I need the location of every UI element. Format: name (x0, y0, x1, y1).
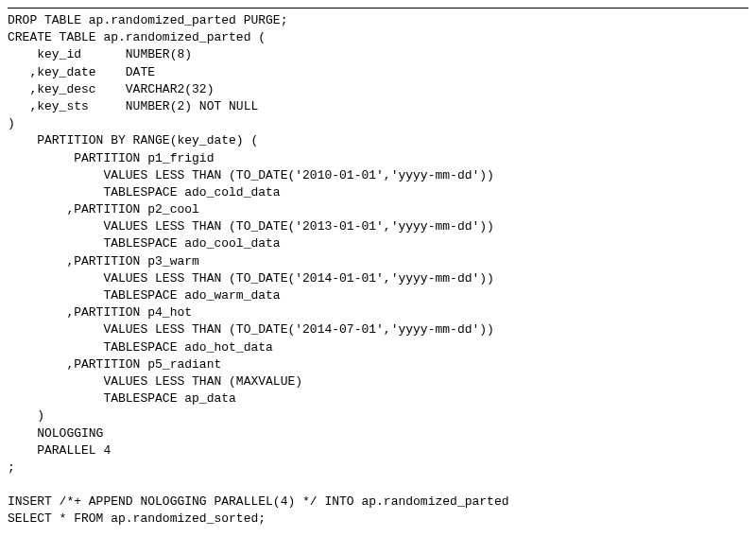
code-line: ) (8, 408, 44, 423)
code-line: ; (8, 460, 15, 475)
code-line: ,PARTITION p2_cool (8, 202, 199, 217)
code-line: ,PARTITION p5_radiant (8, 357, 221, 372)
code-line: TABLESPACE ado_warm_data (8, 288, 281, 303)
code-line: SELECT * FROM ap.randomized_sorted; (8, 511, 266, 526)
code-line: ) (8, 116, 15, 130)
code-line: ,key_desc VARCHAR2(32) (8, 82, 214, 96)
code-line: CREATE TABLE ap.randomized_parted ( (8, 30, 266, 44)
code-line: NOLOGGING (8, 426, 103, 441)
code-line: VALUES LESS THAN (MAXVALUE) (8, 374, 302, 389)
code-line: PARALLEL 4 (8, 443, 111, 458)
code-line: DROP TABLE ap.randomized_parted PURGE; (8, 13, 287, 27)
code-line: TABLESPACE ado_hot_data (8, 340, 273, 355)
code-line: VALUES LESS THAN (TO_DATE('2014-07-01','… (8, 322, 494, 337)
code-line: TABLESPACE ado_cool_data (8, 236, 281, 251)
code-line: VALUES LESS THAN (TO_DATE('2014-01-01','… (8, 271, 494, 286)
code-line: PARTITION BY RANGE(key_date) ( (8, 133, 258, 147)
code-line: ,PARTITION p4_hot (8, 305, 192, 320)
code-line: PARTITION p1_frigid (8, 151, 214, 165)
code-line: key_id NUMBER(8) (8, 47, 192, 61)
sql-code-block: DROP TABLE ap.randomized_parted PURGE; C… (8, 12, 748, 537)
code-line: VALUES LESS THAN (TO_DATE('2010-01-01','… (8, 168, 494, 182)
code-line: TABLESPACE ap_data (8, 391, 236, 406)
code-line: INSERT /*+ APPEND NOLOGGING PARALLEL(4) … (8, 494, 509, 509)
code-line: ,key_date DATE (8, 65, 155, 79)
code-line: VALUES LESS THAN (TO_DATE('2013-01-01','… (8, 219, 494, 234)
code-line: ,PARTITION p3_warm (8, 254, 199, 268)
code-line: ,key_sts NUMBER(2) NOT NULL (8, 99, 258, 113)
top-rule (8, 8, 748, 9)
code-line: TABLESPACE ado_cold_data (8, 185, 281, 199)
